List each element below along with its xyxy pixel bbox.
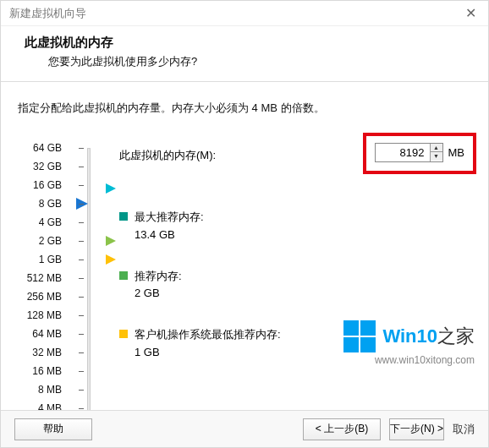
memory-input-highlight: ▲ ▼ MB xyxy=(363,133,477,174)
ruler-tick: 128 MB xyxy=(13,309,62,321)
windows-logo-icon xyxy=(343,320,376,352)
close-icon[interactable]: ✕ xyxy=(460,3,481,23)
rec-rec-label: 推荐内存: xyxy=(135,268,182,286)
ruler-tick-mark xyxy=(79,315,84,316)
ruler-tick: 8 GB xyxy=(13,198,62,210)
rec-max-label: 最大推荐内存: xyxy=(135,209,204,227)
ruler-tick-mark xyxy=(79,334,84,335)
marker-max-icon xyxy=(106,183,116,194)
ruler-tick: 16 GB xyxy=(13,179,62,191)
rec-min-value: 1 GB xyxy=(135,344,281,362)
ruler-tick-mark xyxy=(79,297,84,298)
header: 此虚拟机的内存 您要为此虚拟机使用多少内存? xyxy=(1,26,488,81)
ruler-tick: 16 MB xyxy=(13,365,62,377)
ruler-tick-mark xyxy=(79,148,84,149)
rec-rec-value: 2 GB xyxy=(135,285,182,303)
slider-track xyxy=(87,148,91,427)
rec-min-label: 客户机操作系统最低推荐内存: xyxy=(135,326,281,344)
spin-up-icon[interactable]: ▲ xyxy=(431,144,442,152)
content-area: 指定分配给此虚拟机的内存量。内存大小必须为 4 MB 的倍数。 此虚拟机的内存(… xyxy=(1,90,488,410)
spinner-buttons: ▲ ▼ xyxy=(430,144,442,161)
rec-max-value: 13.4 GB xyxy=(135,227,204,244)
ruler-tick-mark xyxy=(79,167,84,167)
window-title: 新建虚拟机向导 xyxy=(9,6,86,21)
ruler-tick: 64 MB xyxy=(13,328,62,340)
ruler-tick: 32 GB xyxy=(13,161,62,172)
footer: 帮助 < 上一步(B) 下一步(N) > 取消 xyxy=(1,410,488,447)
instruction-text: 指定分配给此虚拟机的内存量。内存大小必须为 4 MB 的倍数。 xyxy=(18,101,471,116)
rec-recommended: 推荐内存: 2 GB xyxy=(119,268,281,303)
ruler-tick: 512 MB xyxy=(13,272,62,284)
rec-min: 客户机操作系统最低推荐内存: 1 GB xyxy=(119,326,281,362)
ruler-tick-mark xyxy=(79,352,84,353)
page-heading: 此虚拟机的内存 xyxy=(25,35,464,51)
back-button[interactable]: < 上一步(B) xyxy=(303,418,381,440)
recommendations: 最大推荐内存: 13.4 GB 推荐内存: 2 GB 客户机操作系统最低推荐内存… xyxy=(119,209,281,385)
titlebar: 新建虚拟机向导 ✕ xyxy=(1,1,488,26)
watermark-brand-suffix: 之家 xyxy=(437,325,475,347)
marker-rec-icon xyxy=(106,236,116,246)
square-green-icon xyxy=(119,271,128,280)
cancel-label: 取消 xyxy=(453,422,475,437)
rec-max: 最大推荐内存: 13.4 GB xyxy=(119,209,281,244)
ruler-tick-mark xyxy=(79,408,84,409)
ruler-tick-mark xyxy=(79,278,84,279)
ruler-tick-mark xyxy=(79,204,84,205)
memory-label-row: 此虚拟机的内存(M): xyxy=(119,148,216,163)
ruler-tick: 64 GB xyxy=(13,142,62,154)
watermark-brand: Win10之家 xyxy=(382,324,475,349)
ruler-tick-mark xyxy=(79,371,84,372)
ruler-tick: 1 GB xyxy=(13,254,62,265)
memory-slider[interactable]: 64 GB32 GB16 GB8 GB4 GB2 GB1 GB512 MB256… xyxy=(13,148,114,427)
spin-down-icon[interactable]: ▼ xyxy=(431,152,442,161)
square-yellow-icon xyxy=(119,330,128,338)
memory-unit: MB xyxy=(448,146,465,159)
ruler-tick: 8 MB xyxy=(13,384,62,396)
ruler-tick-mark xyxy=(79,390,84,391)
ruler-tick: 4 GB xyxy=(13,216,62,228)
next-button[interactable]: 下一步(N) > xyxy=(389,418,444,440)
memory-label: 此虚拟机的内存(M): xyxy=(119,148,216,163)
watermark-logo: Win10之家 xyxy=(343,320,475,352)
watermark: Win10之家 www.win10xitong.com xyxy=(343,320,475,366)
ruler-tick-mark xyxy=(79,222,84,223)
page-subheading: 您要为此虚拟机使用多少内存? xyxy=(48,54,464,69)
ruler-tick: 2 GB xyxy=(13,235,62,247)
wizard-window: 新建虚拟机向导 ✕ 此虚拟机的内存 您要为此虚拟机使用多少内存? 指定分配给此虚… xyxy=(0,0,489,448)
ruler-tick-mark xyxy=(79,185,84,186)
divider xyxy=(1,81,488,82)
ruler-tick: 32 MB xyxy=(13,347,62,358)
memory-spinner[interactable]: ▲ ▼ xyxy=(375,143,443,162)
square-teal-icon xyxy=(119,212,128,221)
memory-input[interactable] xyxy=(376,144,430,161)
ruler-tick-mark xyxy=(79,241,84,242)
ruler-tick-mark xyxy=(79,260,84,260)
watermark-brand-prefix: Win10 xyxy=(382,325,437,347)
watermark-url: www.win10xitong.com xyxy=(343,354,475,366)
help-button[interactable]: 帮助 xyxy=(14,418,92,440)
ruler-tick: 256 MB xyxy=(13,291,62,303)
marker-min-icon xyxy=(106,254,116,265)
